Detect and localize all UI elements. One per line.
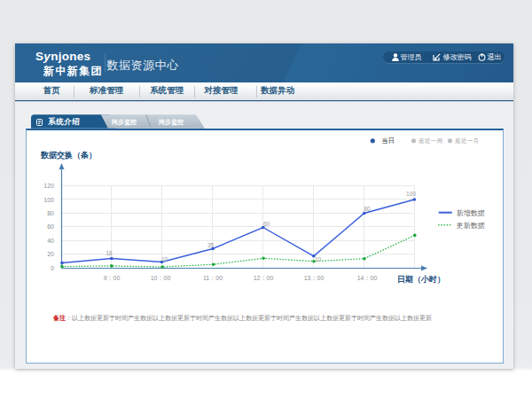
svg-text:80: 80 xyxy=(47,210,54,216)
svg-text:当日: 当日 xyxy=(381,137,394,145)
svg-text:最近一周: 最近一周 xyxy=(418,137,442,144)
svg-text:35: 35 xyxy=(207,241,214,247)
svg-text:最近一月: 最近一月 xyxy=(454,137,479,145)
svg-text:数据交换（条）: 数据交换（条） xyxy=(40,151,97,160)
svg-text:18: 18 xyxy=(106,250,113,256)
svg-text:100: 100 xyxy=(43,196,54,202)
svg-text:0: 0 xyxy=(51,264,54,270)
svg-text:100: 100 xyxy=(406,190,416,196)
svg-text:120: 120 xyxy=(43,183,54,189)
svg-text:新增数据: 新增数据 xyxy=(456,208,484,216)
svg-text:60: 60 xyxy=(262,221,270,227)
svg-text:12：00: 12：00 xyxy=(253,275,273,281)
svg-text:60: 60 xyxy=(47,223,54,230)
svg-text:更新数据: 更新数据 xyxy=(456,221,484,229)
svg-text:13：00: 13：00 xyxy=(303,275,324,281)
svg-text:20: 20 xyxy=(47,251,54,257)
svg-text:40: 40 xyxy=(47,237,54,243)
svg-text:10: 10 xyxy=(160,256,168,262)
svg-text:日期（小时）: 日期（小时） xyxy=(397,275,445,284)
svg-text:14：00: 14：00 xyxy=(356,275,377,281)
svg-text:11：00: 11：00 xyxy=(202,275,222,281)
svg-text:10: 10 xyxy=(314,255,321,262)
svg-text:9：00: 9：00 xyxy=(103,275,120,281)
svg-text:80: 80 xyxy=(364,206,371,212)
svg-text:备注：以上数据更新于时间产生数据以上数据更新于时间产生数据以: 备注：以上数据更新于时间产生数据以上数据更新于时间产生数据以上数据更新于时间产生… xyxy=(52,314,432,322)
svg-text:10：00: 10：00 xyxy=(150,275,170,281)
